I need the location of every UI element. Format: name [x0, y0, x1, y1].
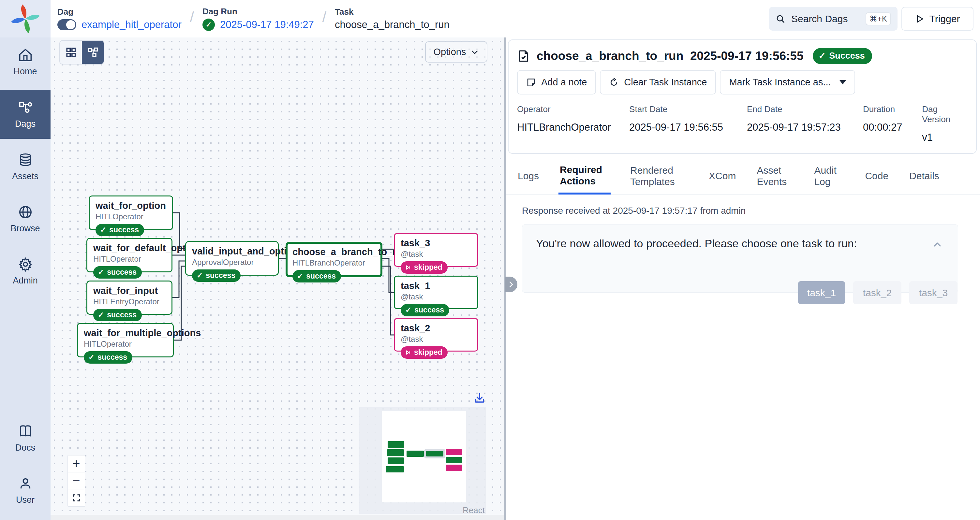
minimap-node: [407, 450, 424, 457]
play-icon: [915, 14, 924, 24]
mark-task-instance-as-dropdown[interactable]: Mark Task Instance as...: [720, 70, 855, 95]
add-note-button[interactable]: Add a note: [517, 70, 596, 95]
graph-view-button[interactable]: [82, 41, 104, 64]
state-badge-skipped: skipped: [401, 346, 448, 359]
search-dags-box[interactable]: Search Dags ⌘+K: [769, 7, 897, 31]
breadcrumb-task: Task choose_a_branch_to_run: [335, 7, 450, 31]
choice-task_1[interactable]: task_1: [798, 281, 845, 304]
breadcrumb-separator: /: [323, 9, 326, 25]
sidebar-item-browse[interactable]: Browse: [0, 195, 51, 243]
minimap-node: [446, 449, 462, 455]
sidebar-item-docs[interactable]: Docs: [0, 414, 51, 463]
fit-view-button[interactable]: [68, 489, 85, 506]
tab-logs[interactable]: Logs: [516, 166, 540, 188]
choice-task_2[interactable]: task_2: [853, 281, 901, 304]
zoom-in-button[interactable]: +: [68, 455, 85, 472]
breadcrumb-dag-run: Dag Run ✓ 2025-09-17 19:49:27: [202, 6, 314, 31]
clear-task-instance-button[interactable]: Clear Task Instance: [600, 70, 716, 95]
task-instance-panel: choose_a_branch_to_run 2025-09-17 19:56:…: [506, 38, 980, 520]
dag-run-label: Dag Run: [202, 6, 314, 17]
dag-link[interactable]: example_hitl_operator: [81, 19, 181, 31]
status-badge: ✓Success: [813, 48, 872, 64]
home-icon: [18, 48, 33, 63]
state-badge-success: ✓success: [192, 270, 240, 282]
airflow-logo[interactable]: [0, 0, 51, 38]
skip-icon: [405, 265, 411, 270]
sidebar-item-home[interactable]: Home: [0, 38, 51, 86]
tab-xcom[interactable]: XCom: [708, 166, 737, 188]
search-icon: [776, 14, 785, 24]
minimap-node: [388, 441, 404, 448]
graph-icon: [87, 47, 99, 58]
note-icon: [526, 78, 536, 87]
chevron-up-icon: [932, 240, 942, 250]
sidebar-item-user[interactable]: User: [0, 466, 51, 515]
tab-details[interactable]: Details: [908, 166, 940, 188]
task-doc-icon: [517, 49, 530, 63]
state-badge-success: ✓success: [93, 266, 142, 279]
collapse-prompt-button[interactable]: [932, 240, 942, 251]
graph-node-wait_for_input[interactable]: wait_for_input HITLEntryOperator ✓succes…: [86, 281, 172, 315]
task-instance-title: choose_a_branch_to_run 2025-09-17 19:56:…: [537, 49, 803, 63]
grid-icon: [65, 47, 76, 58]
tab-rendered-templates[interactable]: Rendered Templates: [629, 160, 689, 193]
user-icon: [18, 476, 33, 491]
zoom-controls: + −: [67, 455, 85, 507]
breadcrumb-separator: /: [190, 9, 194, 25]
search-shortcut-badge: ⌘+K: [865, 13, 891, 25]
detail-tabs: Logs Required Actions Rendered Templates…: [506, 160, 980, 195]
state-badge-success: ✓success: [84, 351, 132, 364]
trigger-button[interactable]: Trigger: [901, 7, 974, 31]
task-value: choose_a_branch_to_run: [335, 19, 450, 31]
choice-task_3[interactable]: task_3: [909, 281, 958, 304]
assets-icon: [18, 152, 33, 168]
tab-asset-events[interactable]: Asset Events: [756, 160, 794, 193]
graph-node-task_2[interactable]: task_2 @task skipped: [394, 318, 478, 352]
graph-node-choose_a_branch_to_run-selected[interactable]: choose_a_branch_to_run HITLBranchOperato…: [286, 242, 382, 277]
sidebar-item-admin[interactable]: Admin: [0, 247, 51, 295]
minimap-node: [388, 457, 404, 464]
state-badge-success: ✓success: [95, 224, 144, 236]
graph-options-button[interactable]: Options: [425, 41, 487, 63]
view-mode-switcher: [59, 40, 104, 65]
tab-code[interactable]: Code: [864, 166, 890, 188]
task-label: Task: [335, 7, 450, 17]
state-badge-success: ✓success: [293, 270, 341, 282]
graph-node-wait_for_default_option[interactable]: wait_for_default_option HITLOperator ✓su…: [86, 238, 172, 273]
tab-required-actions[interactable]: Required Actions: [558, 160, 611, 195]
chevron-down-icon: [471, 48, 479, 56]
dag-pause-toggle[interactable]: [57, 19, 76, 30]
download-graph-button[interactable]: [474, 392, 485, 405]
dags-icon: [18, 100, 33, 115]
chevron-right-icon: [508, 280, 515, 289]
graph-node-valid_input_and_options[interactable]: valid_input_and_options ApprovalOperator…: [185, 241, 279, 276]
state-badge-success: ✓success: [401, 304, 449, 316]
response-received-text: Response received at 2025-09-17 19:57:17…: [522, 206, 980, 216]
breadcrumb-dag: Dag example_hitl_operator: [57, 7, 181, 31]
state-badge-success: ✓success: [93, 309, 142, 321]
admin-gear-icon: [18, 257, 33, 272]
grid-view-button[interactable]: [60, 41, 82, 64]
minimap-node: [386, 466, 404, 472]
dag-run-link[interactable]: 2025-09-17 19:49:27: [220, 19, 314, 31]
sidebar: Home Dags Assets Browse Admin Docs User: [0, 0, 51, 520]
sidebar-item-assets[interactable]: Assets: [0, 143, 51, 191]
tab-audit-log[interactable]: Audit Log: [813, 160, 845, 193]
graph-node-task_3[interactable]: task_3 @task skipped: [394, 233, 478, 267]
graph-minimap[interactable]: [359, 407, 486, 514]
search-placeholder: Search Dags: [791, 13, 848, 24]
minimap-viewport: [382, 411, 466, 503]
graph-node-wait_for_option[interactable]: wait_for_option HITLOperator ✓success: [89, 195, 173, 230]
zoom-out-button[interactable]: −: [68, 472, 85, 489]
minimap-node: [446, 457, 462, 463]
fullscreen-icon: [72, 493, 81, 503]
download-icon: [474, 392, 485, 404]
top-bar: Dag example_hitl_operator / Dag Run ✓ 20…: [51, 0, 980, 38]
horizontal-scrollbar[interactable]: [51, 515, 504, 520]
refresh-icon: [609, 78, 619, 87]
sidebar-item-dags[interactable]: Dags: [0, 90, 51, 139]
graph-node-wait_for_multiple_options[interactable]: wait_for_multiple_options HITLOperator ✓…: [77, 323, 174, 357]
graph-node-task_1[interactable]: task_1 @task ✓success: [394, 276, 478, 309]
minimap-node: [446, 465, 462, 471]
state-badge-skipped: skipped: [401, 261, 448, 274]
